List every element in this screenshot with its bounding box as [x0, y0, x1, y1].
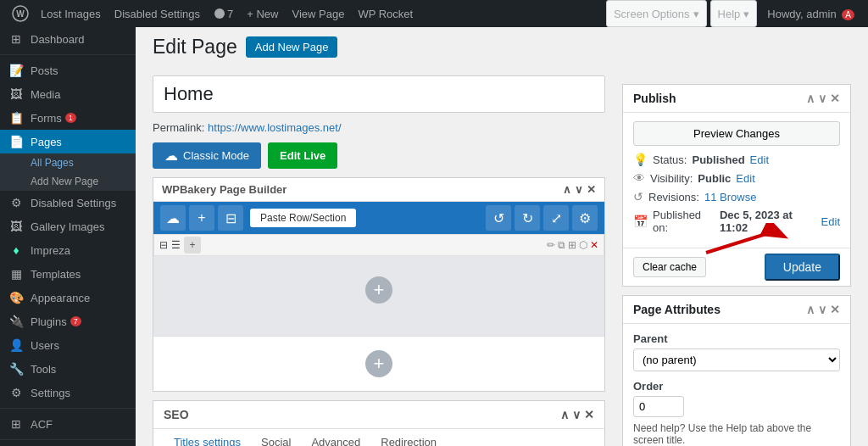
row-clone-icon[interactable]: ⬡	[579, 239, 587, 251]
sidebar-item-acf[interactable]: ⊞ ACF	[0, 412, 136, 436]
add-new-page-button[interactable]: Add New Page	[246, 36, 338, 58]
page-attr-help-text: Need help? Use the Help tab above the sc…	[633, 422, 840, 446]
page-title-input[interactable]	[153, 75, 605, 113]
wpb-add-element-button[interactable]: +	[189, 205, 214, 231]
admin-bar-wp-rocket[interactable]: WP Rocket	[351, 0, 420, 27]
page-header: Edit Page Add New Page	[153, 36, 337, 59]
sidebar-item-users[interactable]: 👤 Users	[0, 333, 136, 357]
screen-options-button[interactable]: Screen Options ▾	[606, 0, 707, 27]
sidebar-item-plugins[interactable]: 🔌 Plugins 7	[0, 309, 136, 333]
tab-redirection[interactable]: Redirection	[370, 429, 447, 446]
wpbakery-add-element-center-button[interactable]: +	[365, 276, 392, 304]
parent-label: Parent	[633, 332, 840, 345]
status-edit-link[interactable]: Edit	[750, 153, 769, 166]
dashboard-label: Dashboard	[31, 33, 85, 46]
tab-advanced[interactable]: Advanced	[301, 429, 370, 446]
update-button[interactable]: Update	[765, 254, 840, 281]
sidebar-item-forms[interactable]: 📋 Forms 1	[0, 106, 136, 130]
visibility-edit-link[interactable]: Edit	[736, 172, 754, 185]
sidebar-item-media[interactable]: 🖼 Media	[0, 82, 136, 106]
wpb-undo-button[interactable]: ↺	[486, 205, 511, 231]
permalink-url[interactable]: https://www.lostimages.net/	[208, 121, 342, 134]
admin-bar-notifications[interactable]: 7	[207, 0, 240, 27]
seo-header: SEO ∧ ∨ ✕	[153, 401, 604, 429]
page-attributes-content: Parent (no parent) Order Need help? Use …	[623, 324, 850, 446]
wpb-paste-row-button[interactable]: Paste Row/Section	[250, 209, 356, 227]
tab-social[interactable]: Social	[251, 429, 301, 446]
sidebar-subitem-add-new-page[interactable]: Add New Page	[0, 172, 136, 191]
sidebar-item-pages[interactable]: 📄 Pages	[0, 130, 136, 153]
visibility-row: 👁 Visibility: Public Edit	[633, 171, 840, 185]
wpbakery-add-row-bottom-button[interactable]: +	[365, 350, 392, 377]
pages-icon: 📄	[8, 135, 24, 148]
wpb-cloud-button[interactable]: ☁	[160, 205, 186, 231]
wpbakery-close-icon[interactable]: ✕	[587, 183, 596, 196]
dashboard-icon: ⊞	[8, 32, 24, 46]
tab-titles-settings[interactable]: Titles settings	[164, 429, 251, 446]
sidebar-item-posts[interactable]: 📝 Posts	[0, 59, 136, 82]
admin-bar-disabled-settings[interactable]: Disabled Settings	[108, 0, 207, 27]
publish-collapse-icon[interactable]: ∧	[806, 92, 815, 105]
sidebar-item-templates[interactable]: ▦ Templates	[0, 262, 136, 286]
row-edit-icon[interactable]: ✏	[547, 239, 555, 251]
admin-bar-new[interactable]: + New	[240, 0, 285, 27]
gallery-icon: 🖼	[8, 220, 24, 233]
row-expand-icon[interactable]: ⊟	[159, 239, 168, 251]
seo-expand-icon[interactable]: ∨	[572, 408, 581, 421]
page-attr-expand[interactable]: ∨	[818, 303, 826, 316]
sidebar-item-dashboard[interactable]: ⊞ Dashboard	[0, 27, 136, 51]
pages-label: Pages	[31, 136, 62, 148]
edit-live-button[interactable]: Edit Live	[268, 142, 337, 169]
sidebar-item-settings[interactable]: ⚙ Settings	[0, 381, 136, 404]
seo-close-icon[interactable]: ✕	[584, 408, 594, 421]
wpbakery-header-controls: ∧ ∨ ✕	[563, 183, 596, 196]
add-row-button[interactable]: +	[184, 237, 201, 254]
preview-changes-button[interactable]: Preview Changes	[633, 121, 840, 146]
parent-select[interactable]: (no parent)	[633, 348, 840, 371]
publish-expand-icon[interactable]: ∨	[818, 92, 826, 105]
sidebar-item-tools[interactable]: 🔧 Tools	[0, 357, 136, 381]
editor-main: Permalink: https://www.lostimages.net/ ☁…	[153, 75, 614, 446]
admin-bar-view-page[interactable]: View Page	[285, 0, 351, 27]
published-label: Published on:	[653, 209, 715, 234]
wpbakery-collapse-icon[interactable]: ∧	[563, 183, 571, 196]
forms-icon: 📋	[8, 111, 24, 125]
page-attr-close[interactable]: ✕	[830, 303, 840, 316]
publish-close-icon[interactable]: ✕	[830, 92, 840, 105]
page-attr-collapse[interactable]: ∧	[806, 303, 815, 316]
content-area: Edit Page Add New Page Permalink: https:…	[136, 27, 868, 446]
disabled-settings-icon: ⚙	[8, 196, 24, 209]
wpb-grid-button[interactable]: ⊟	[218, 205, 243, 231]
wpb-redo-button[interactable]: ↻	[515, 205, 540, 231]
howdy-text[interactable]: Howdy, admin A	[760, 8, 861, 20]
sidebar-item-impreza[interactable]: ♦ Impreza	[0, 238, 136, 262]
seo-tabs: Titles settings Social Advanced Redirect…	[153, 429, 604, 446]
wpb-settings-button[interactable]: ⚙	[572, 205, 598, 231]
wpbakery-expand-icon[interactable]: ∨	[575, 183, 583, 196]
row-copy-icon[interactable]: ⧉	[558, 239, 565, 251]
sidebar-item-gallery-images[interactable]: 🖼 Gallery Images	[0, 215, 136, 238]
editor-buttons: ☁ Classic Mode Edit Live	[153, 142, 605, 169]
classic-mode-button[interactable]: ☁ Classic Mode	[153, 142, 261, 169]
wp-logo[interactable]: W	[7, 0, 34, 27]
sidebar-item-appearance[interactable]: 🎨 Appearance	[0, 286, 136, 309]
impreza-label: Impreza	[31, 244, 70, 257]
published-edit-link[interactable]: Edit	[821, 215, 840, 228]
sidebar-item-disabled-settings[interactable]: ⚙ Disabled Settings	[0, 191, 136, 215]
row-drag-icon[interactable]: ⊞	[568, 239, 576, 251]
order-input[interactable]	[633, 396, 684, 417]
sidebar-subitem-all-pages[interactable]: All Pages	[0, 153, 136, 172]
publish-controls: ∧ ∨ ✕	[806, 92, 840, 105]
help-button[interactable]: Help ▾	[710, 0, 758, 27]
admin-bar-site[interactable]: Lost Images	[34, 0, 108, 27]
revisions-browse-link[interactable]: 11 Browse	[704, 191, 756, 203]
page-attributes-title: Page Attributes	[633, 303, 721, 316]
row-list-icon[interactable]: ☰	[171, 239, 181, 251]
posts-label: Posts	[31, 64, 58, 77]
row-delete-icon[interactable]: ✕	[590, 239, 598, 251]
wpbakery-title: WPBakery Page Builder	[162, 183, 287, 196]
page-header-row: Edit Page Add New Page	[153, 36, 851, 67]
clear-cache-button[interactable]: Clear cache	[633, 257, 706, 277]
wpb-fullscreen-button[interactable]: ⤢	[543, 205, 569, 231]
seo-collapse-icon[interactable]: ∧	[560, 408, 569, 421]
